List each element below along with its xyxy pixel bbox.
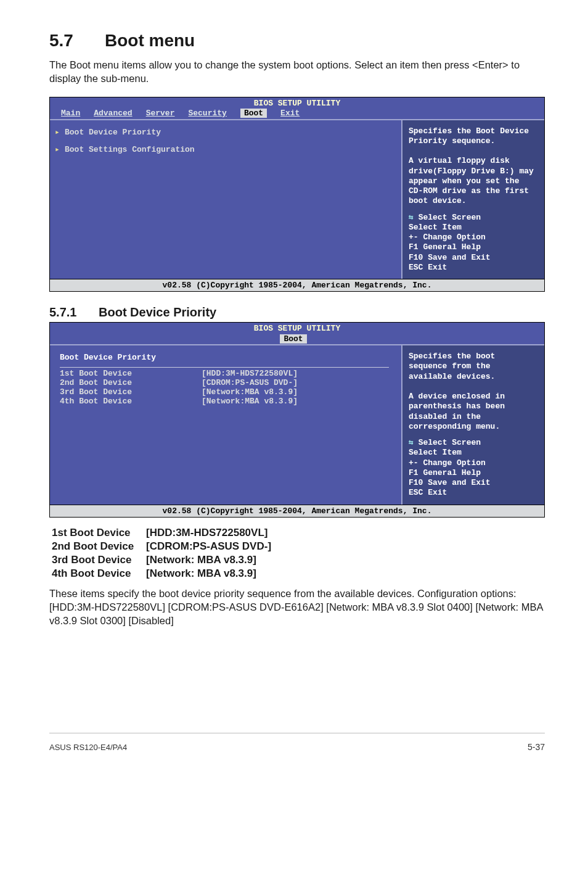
boot-line-value: [Network: MBA v8.3.9] xyxy=(146,567,256,579)
boot-device-list: 1st Boot Device[HDD:3M-HDS722580VL] 2nd … xyxy=(52,526,545,580)
bios-tab-exit[interactable]: Exit xyxy=(280,109,300,118)
bios-main-pane: Boot Device Priority 1st Boot Device [HD… xyxy=(50,345,401,505)
bios-row-value: [HDD:3M-HDS722580VL] xyxy=(202,369,298,378)
bios-menubar: Boot xyxy=(50,333,544,344)
bios-item-boot-device-priority[interactable]: ▸Boot Device Priority xyxy=(55,126,394,138)
bios-body: Boot Device Priority 1st Boot Device [HD… xyxy=(50,344,544,505)
arrows-icon: ⇆ xyxy=(409,438,419,447)
bios-tab-security[interactable]: Security xyxy=(188,109,226,118)
description-paragraph: These items specify the boot device prio… xyxy=(49,587,545,628)
bios-tab-boot-active[interactable]: Boot xyxy=(280,334,306,344)
key-hints-text: Select Screen Select Item +- Change Opti… xyxy=(409,213,491,272)
bios-body: ▸Boot Device Priority ▸Boot Settings Con… xyxy=(50,119,544,279)
bios-tab-advanced[interactable]: Advanced xyxy=(94,109,132,118)
submenu-arrow-icon: ▸ xyxy=(55,127,65,137)
bios-row-key: 3rd Boot Device xyxy=(60,387,202,397)
boot-line-key: 3rd Boot Device xyxy=(52,553,146,567)
boot-line-1: 1st Boot Device[HDD:3M-HDS722580VL] xyxy=(52,526,545,540)
bios-copyright-footer: v02.58 (C)Copyright 1985-2004, American … xyxy=(50,505,544,517)
bios-tab-server[interactable]: Server xyxy=(146,109,175,118)
bios-main-pane: ▸Boot Device Priority ▸Boot Settings Con… xyxy=(50,120,401,279)
bios-tab-boot-active[interactable]: Boot xyxy=(240,109,267,118)
bios-help-text: Specifies the Boot Device Priority seque… xyxy=(409,126,537,207)
bios-row-value: [CDROM:PS-ASUS DVD-] xyxy=(202,378,298,387)
bios-menubar: Main Advanced Server Security Boot Exit xyxy=(50,108,544,119)
bios-row-2nd-boot[interactable]: 2nd Boot Device [CDROM:PS-ASUS DVD-] xyxy=(55,378,394,387)
bios-key-hints: ⇆ Select Screen Select Item +- Change Op… xyxy=(409,438,537,498)
section-number: 5.7 xyxy=(49,31,105,51)
bios-item-boot-settings-config[interactable]: ▸Boot Settings Configuration xyxy=(55,144,394,155)
bios-group-title: Boot Device Priority xyxy=(55,352,394,367)
section-title: Boot menu xyxy=(105,31,195,50)
page-footer: ASUS RS120-E4/PA4 5-37 xyxy=(49,733,545,752)
subsection-title: Boot Device Priority xyxy=(99,305,216,319)
bios-row-key: 1st Boot Device xyxy=(60,369,202,378)
bios-copyright-footer: v02.58 (C)Copyright 1985-2004, American … xyxy=(50,279,544,291)
bios-item-label: Boot Settings Configuration xyxy=(65,145,195,154)
key-hints-text: Select Screen Select Item +- Change Opti… xyxy=(409,438,491,497)
boot-line-3: 3rd Boot Device[Network: MBA v8.3.9] xyxy=(52,553,545,567)
boot-line-key: 1st Boot Device xyxy=(52,526,146,540)
bios-row-key: 4th Boot Device xyxy=(60,397,202,406)
boot-line-value: [HDD:3M-HDS722580VL] xyxy=(146,527,267,538)
boot-line-value: [Network: MBA v8.3.9] xyxy=(146,554,256,566)
bios-row-4th-boot[interactable]: 4th Boot Device [Network:MBA v8.3.9] xyxy=(55,397,394,406)
bios-help-pane: Specifies the Boot Device Priority seque… xyxy=(401,120,544,279)
boot-line-2: 2nd Boot Device[CDROM:PS-ASUS DVD-] xyxy=(52,540,545,553)
bios-screenshot-boot-menu: BIOS SETUP UTILITY Main Advanced Server … xyxy=(49,97,545,292)
section-heading: 5.7Boot menu xyxy=(49,31,545,51)
bios-row-value: [Network:MBA v8.3.9] xyxy=(202,397,298,406)
bios-help-pane: Specifies the boot sequence from the ava… xyxy=(401,345,544,505)
boot-line-value: [CDROM:PS-ASUS DVD-] xyxy=(146,540,271,552)
bios-title: BIOS SETUP UTILITY xyxy=(50,323,544,333)
submenu-arrow-icon: ▸ xyxy=(55,144,65,154)
arrows-icon: ⇆ xyxy=(409,213,419,222)
bios-row-value: [Network:MBA v8.3.9] xyxy=(202,387,298,397)
bios-key-hints: ⇆ Select Screen Select Item +- Change Op… xyxy=(409,213,537,273)
boot-line-key: 4th Boot Device xyxy=(52,567,146,580)
bios-screenshot-boot-priority: BIOS SETUP UTILITY Boot Boot Device Prio… xyxy=(49,322,545,518)
subsection-number: 5.7.1 xyxy=(49,305,99,320)
divider xyxy=(60,367,389,368)
bios-item-label: Boot Device Priority xyxy=(65,128,161,137)
intro-paragraph: The Boot menu items allow you to change … xyxy=(49,58,545,86)
footer-product: ASUS RS120-E4/PA4 xyxy=(49,743,127,752)
bios-help-text: Specifies the boot sequence from the ava… xyxy=(409,352,537,432)
bios-row-key: 2nd Boot Device xyxy=(60,378,202,387)
bios-row-3rd-boot[interactable]: 3rd Boot Device [Network:MBA v8.3.9] xyxy=(55,387,394,397)
bios-tab-main[interactable]: Main xyxy=(61,109,80,118)
footer-page-number: 5-37 xyxy=(528,742,545,752)
boot-line-4: 4th Boot Device[Network: MBA v8.3.9] xyxy=(52,567,545,580)
bios-title: BIOS SETUP UTILITY xyxy=(50,97,544,108)
boot-line-key: 2nd Boot Device xyxy=(52,540,146,553)
bios-row-1st-boot[interactable]: 1st Boot Device [HDD:3M-HDS722580VL] xyxy=(55,369,394,378)
subsection-heading: 5.7.1Boot Device Priority xyxy=(49,305,545,320)
spacer xyxy=(55,138,394,144)
